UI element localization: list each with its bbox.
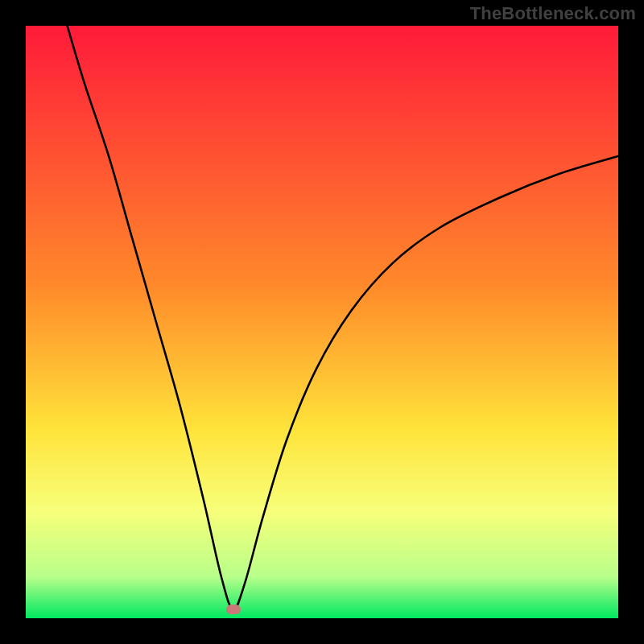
optimal-marker [226, 605, 241, 614]
bottleneck-plot [26, 26, 618, 618]
plot-background [26, 26, 618, 618]
chart-frame: TheBottleneck.com [0, 0, 644, 644]
watermark-text: TheBottleneck.com [470, 3, 636, 24]
